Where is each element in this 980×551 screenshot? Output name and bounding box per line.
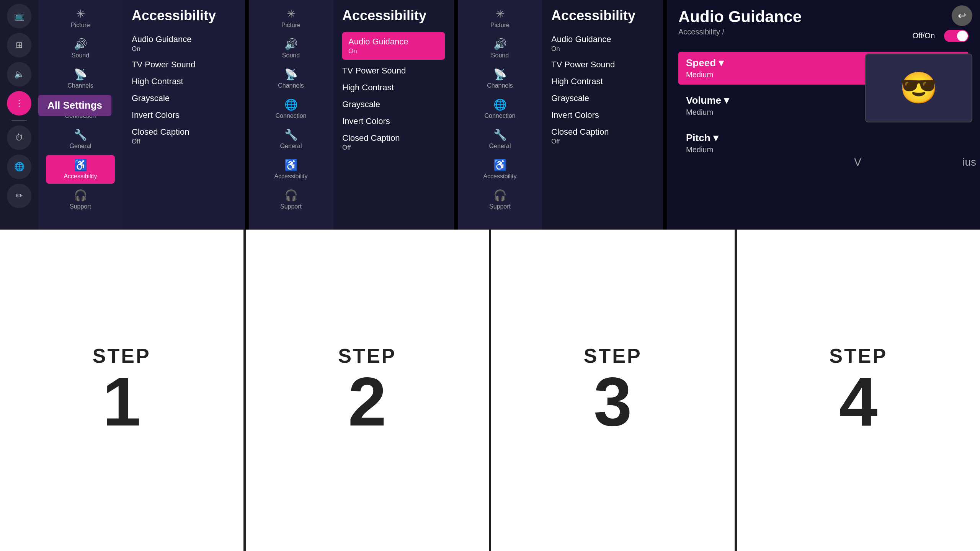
general-icon-3: 🔧 (493, 129, 507, 141)
closed-caption-label-1: Closed Caption (132, 127, 236, 137)
more-icon-button[interactable]: ⋮ (7, 91, 31, 116)
connection-icon-3: 🌐 (493, 98, 507, 111)
sidebar-support-3[interactable]: 🎧 Support (466, 185, 534, 214)
pitch-label: Pitch ▾ (686, 132, 961, 144)
sidebar-accessibility-label-1: Accessibility (64, 173, 97, 180)
step2-sidebar: ✳ Picture 🔊 Sound 📡 Channels 🌐 Connectio… (249, 0, 333, 230)
sidebar-channels-1[interactable]: 📡 Channels (46, 64, 115, 93)
sidebar-picture-label-2: Picture (281, 22, 301, 29)
sidebar-connection-label-3: Connection (485, 112, 516, 119)
closed-caption-item-2[interactable]: Closed Caption Off (342, 131, 445, 154)
step1-menu: Accessibility Audio Guidance On TV Power… (122, 0, 245, 230)
invert-colors-item-2[interactable]: Invert Colors (342, 114, 445, 129)
step4-panel: ↩ Audio Guidance Accessibility / Off/On … (665, 0, 980, 230)
sidebar-accessibility-label-2: Accessibility (274, 173, 307, 180)
grayscale-item-2[interactable]: Grayscale (342, 97, 445, 112)
grayscale-item-3[interactable]: Grayscale (551, 91, 654, 106)
step1-block: STEP 1 (0, 230, 246, 551)
grayscale-item-1[interactable]: Grayscale (132, 91, 236, 106)
accessibility-icon-1: ♿ (74, 159, 87, 171)
step1-title: Accessibility (132, 8, 236, 24)
sidebar-support-label-1: Support (70, 203, 91, 210)
sidebar-accessibility-2[interactable]: ♿ Accessibility (256, 155, 325, 184)
sidebar-channels-label-1: Channels (67, 82, 93, 89)
accessibility-icon-2: ♿ (284, 159, 298, 171)
audio-guidance-item-1[interactable]: Audio Guidance On (132, 32, 236, 55)
sidebar-sound-label-1: Sound (72, 52, 89, 59)
tv-power-sound-item-1[interactable]: TV Power Sound (132, 57, 236, 72)
sound-icon-1: 🔊 (74, 38, 87, 51)
back-button[interactable]: ↩ (952, 5, 972, 26)
sidebar-accessibility-3[interactable]: ♿ Accessibility (466, 155, 534, 184)
step2-title: Accessibility (342, 8, 445, 24)
picture-icon: ✳ (76, 8, 85, 20)
sidebar-picture-label-1: Picture (71, 22, 90, 29)
audio-guidance-sub-2: On (348, 47, 439, 55)
audio-guidance-item-2-selected[interactable]: Audio Guidance On (342, 32, 445, 60)
apps-icon-button[interactable]: ⊞ (7, 33, 31, 57)
sidebar-channels-label-3: Channels (487, 82, 513, 89)
sidebar-picture-1[interactable]: ✳ Picture (46, 4, 115, 33)
invert-colors-item-3[interactable]: Invert Colors (551, 108, 654, 122)
step3-number: 3 (594, 367, 632, 436)
sidebar-sound-3[interactable]: 🔊 Sound (466, 34, 534, 63)
tv-power-sound-item-2[interactable]: TV Power Sound (342, 64, 445, 78)
tv-power-sound-label-2: TV Power Sound (342, 66, 445, 76)
sidebar-accessibility-1[interactable]: ♿ Accessibility (46, 155, 115, 184)
toggle-switch[interactable] (944, 30, 969, 42)
tv-power-sound-item-3[interactable]: TV Power Sound (551, 57, 654, 72)
top-section: 📺 ⊞ 🔈 ⋮ ⏱ 🌐 ✏ All Settings ✳ Picture 🔊 S… (0, 0, 980, 230)
sidebar-channels-3[interactable]: 📡 Channels (466, 64, 534, 93)
audio-guidance-sub-1: On (132, 45, 236, 53)
sidebar-connection-label-2: Connection (276, 112, 307, 119)
sidebar-support-label-2: Support (280, 203, 302, 210)
sidebar-support-label-3: Support (489, 203, 511, 210)
audio-guidance-label-3: Audio Guidance (551, 34, 654, 44)
high-contrast-label-2: High Contrast (342, 83, 445, 93)
audio-guidance-label-1: Audio Guidance (132, 34, 236, 44)
channels-icon-1: 📡 (74, 68, 87, 81)
step2-menu: Accessibility Audio Guidance On TV Power… (333, 0, 454, 230)
timer-icon-button[interactable]: ⏱ (7, 126, 31, 150)
sidebar-accessibility-label-3: Accessibility (483, 173, 516, 180)
tv-power-sound-label-3: TV Power Sound (551, 60, 654, 70)
sidebar-picture-3[interactable]: ✳ Picture (466, 4, 534, 33)
audio-guidance-label-2: Audio Guidance (348, 37, 439, 47)
edit-icon-button[interactable]: ✏ (7, 184, 31, 208)
sidebar-support-1[interactable]: 🎧 Support (46, 185, 115, 214)
high-contrast-item-1[interactable]: High Contrast (132, 74, 236, 89)
sidebar-connection-2[interactable]: 🌐 Connection (256, 95, 325, 123)
pitch-setting-row[interactable]: Pitch ▾ Medium (678, 127, 969, 160)
step4-title: Audio Guidance (678, 8, 969, 26)
high-contrast-item-3[interactable]: High Contrast (551, 74, 654, 89)
closed-caption-label-3: Closed Caption (551, 127, 654, 137)
sidebar-general-1[interactable]: 🔧 General (46, 125, 115, 153)
high-contrast-item-2[interactable]: High Contrast (342, 80, 445, 95)
step2-number: 2 (348, 367, 386, 436)
sidebar-channels-2[interactable]: 📡 Channels (256, 64, 325, 93)
closed-caption-item-3[interactable]: Closed Caption Off (551, 125, 654, 148)
sidebar-general-3[interactable]: 🔧 General (466, 125, 534, 153)
sidebar-general-label-1: General (70, 143, 91, 150)
step3-sidebar: ✳ Picture 🔊 Sound 📡 Channels 🌐 Connectio… (458, 0, 542, 230)
sidebar-picture-label-3: Picture (490, 22, 510, 29)
steps-top: ✳ Picture 🔊 Sound 📡 Channels 🌐 Connectio… (38, 0, 980, 230)
sidebar-picture-2[interactable]: ✳ Picture (256, 4, 325, 33)
picture-icon-3: ✳ (496, 8, 505, 20)
sidebar-sound-2[interactable]: 🔊 Sound (256, 34, 325, 63)
network-icon-button[interactable]: 🌐 (7, 155, 31, 179)
sidebar-sound-1[interactable]: 🔊 Sound (46, 34, 115, 63)
support-icon-1: 🎧 (74, 189, 87, 202)
sidebar-support-2[interactable]: 🎧 Support (256, 185, 325, 214)
sidebar-sound-label-2: Sound (282, 52, 300, 59)
channels-icon-2: 📡 (284, 68, 298, 81)
closed-caption-item-1[interactable]: Closed Caption Off (132, 125, 236, 148)
volume-icon-button[interactable]: 🔈 (7, 62, 31, 86)
tv-icon-button[interactable]: 📺 (7, 4, 31, 28)
step3-menu: Accessibility Audio Guidance On TV Power… (542, 0, 663, 230)
sidebar-general-2[interactable]: 🔧 General (256, 125, 325, 153)
invert-colors-label-2: Invert Colors (342, 116, 445, 126)
audio-guidance-item-3[interactable]: Audio Guidance On (551, 32, 654, 55)
sidebar-connection-3[interactable]: 🌐 Connection (466, 95, 534, 123)
invert-colors-item-1[interactable]: Invert Colors (132, 108, 236, 122)
